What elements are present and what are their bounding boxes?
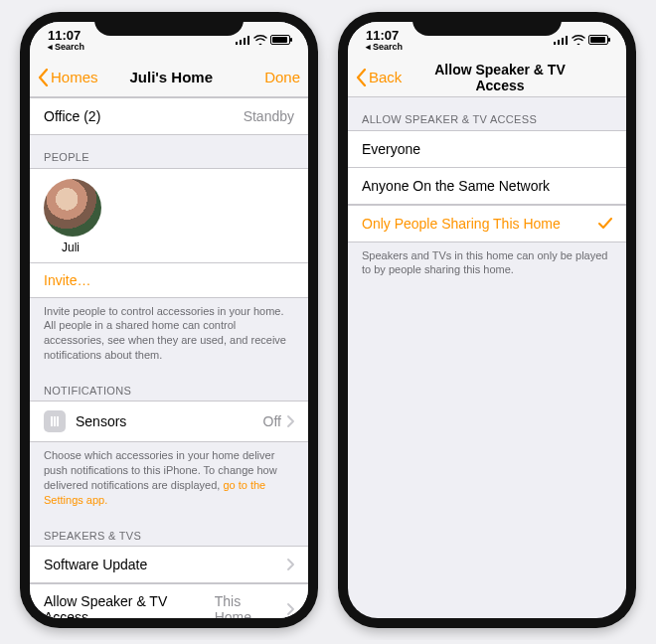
- row-label: Anyone On the Same Network: [362, 178, 550, 194]
- status-time: 11:07: [48, 29, 84, 42]
- row-detail: This Home: [215, 593, 281, 618]
- content-right[interactable]: ALLOW SPEAKER & TV ACCESS Everyone Anyon…: [348, 97, 626, 618]
- row-detail: Off: [263, 413, 281, 429]
- svg-rect-9: [562, 38, 564, 45]
- section-header-access: ALLOW SPEAKER & TV ACCESS: [348, 97, 626, 130]
- status-back-to-app[interactable]: ◂ Search: [366, 43, 403, 52]
- footer-notifications: Choose which accessories in your home de…: [30, 442, 308, 513]
- section-header-notifications: NOTIFICATIONS: [30, 369, 308, 402]
- chevron-right-icon: [287, 415, 294, 427]
- row-label: Everyone: [362, 141, 420, 157]
- svg-rect-1: [240, 40, 242, 45]
- back-app-label: Search: [55, 43, 84, 52]
- svg-rect-3: [247, 36, 249, 45]
- chevron-left-icon: [356, 69, 367, 86]
- svg-rect-8: [558, 40, 560, 45]
- signal-icon: [236, 35, 250, 45]
- back-arrow-icon: ◂: [366, 43, 371, 52]
- section-header-speakers: SPEAKERS & TVS: [30, 514, 308, 547]
- row-label: Sensors: [76, 413, 126, 429]
- row-detail: Standby: [244, 108, 294, 124]
- section-header-people: PEOPLE: [30, 135, 308, 168]
- screen-right: 11:07 ◂ Search Back: [348, 22, 626, 618]
- status-back-to-app[interactable]: ◂ Search: [48, 43, 84, 52]
- status-right: [236, 35, 290, 45]
- content-left[interactable]: Office (2) Standby PEOPLE Juli Invite… I…: [30, 97, 308, 618]
- row-label: Software Update: [44, 557, 147, 572]
- svg-rect-6: [57, 416, 59, 426]
- row-option-same-network[interactable]: Anyone On the Same Network: [348, 167, 626, 205]
- svg-rect-2: [244, 38, 246, 45]
- row-office[interactable]: Office (2) Standby: [30, 97, 308, 135]
- footer-invite: Invite people to control accessories in …: [30, 298, 308, 369]
- nav-title-left: Juli's Home: [98, 69, 245, 85]
- nav-bar-right: Back Allow Speaker & TV Access: [348, 58, 626, 97]
- nav-back[interactable]: Back: [356, 69, 411, 86]
- nav-back-homes[interactable]: Homes: [38, 69, 98, 86]
- avatar[interactable]: [44, 179, 101, 237]
- phone-right: 11:07 ◂ Search Back: [338, 12, 636, 628]
- row-software-update[interactable]: Software Update: [30, 546, 308, 583]
- nav-back-label: Back: [369, 69, 402, 85]
- row-sensors[interactable]: Sensors Off: [30, 401, 308, 442]
- notch: [412, 12, 562, 36]
- back-app-label: Search: [373, 43, 403, 52]
- phone-left: 11:07 ◂ Search Home: [20, 12, 318, 628]
- nav-done-label: Done: [264, 69, 300, 85]
- status-time: 11:07: [366, 29, 403, 42]
- chevron-right-icon: [287, 559, 294, 570]
- row-label: Office (2): [44, 108, 100, 124]
- chevron-left-icon: [38, 69, 49, 86]
- nav-bar-left: Homes Juli's Home Done: [30, 58, 308, 97]
- signal-icon: [554, 35, 569, 45]
- sensors-icon: [44, 410, 66, 432]
- wifi-icon: [253, 35, 267, 45]
- back-arrow-icon: ◂: [48, 43, 53, 52]
- svg-rect-0: [236, 42, 238, 45]
- nav-back-label: Homes: [51, 69, 98, 85]
- row-label: Only People Sharing This Home: [362, 216, 561, 232]
- checkmark-icon: [598, 218, 612, 230]
- invite-label: Invite…: [44, 272, 90, 288]
- battery-icon: [270, 35, 290, 45]
- svg-rect-4: [51, 416, 53, 426]
- row-option-everyone[interactable]: Everyone: [348, 130, 626, 168]
- avatar-name: Juli: [62, 241, 80, 254]
- screen-left: 11:07 ◂ Search Home: [30, 22, 308, 618]
- footer-access: Speakers and TVs in this home can only b…: [348, 242, 626, 284]
- people-block: Juli: [30, 168, 308, 263]
- nav-done[interactable]: Done: [245, 69, 300, 85]
- chevron-right-icon: [287, 603, 294, 615]
- battery-icon: [588, 35, 608, 45]
- svg-rect-5: [54, 416, 56, 426]
- svg-rect-10: [566, 36, 568, 45]
- nav-title-right: Allow Speaker & TV Access: [411, 62, 588, 93]
- notch: [94, 12, 244, 36]
- status-right: [554, 35, 608, 45]
- row-allow-access[interactable]: Allow Speaker & TV Access This Home: [30, 583, 308, 618]
- svg-rect-7: [554, 42, 556, 45]
- row-label: Allow Speaker & TV Access: [44, 593, 215, 618]
- row-invite[interactable]: Invite…: [30, 263, 308, 298]
- wifi-icon: [572, 35, 585, 45]
- row-option-sharing-home[interactable]: Only People Sharing This Home: [348, 205, 626, 242]
